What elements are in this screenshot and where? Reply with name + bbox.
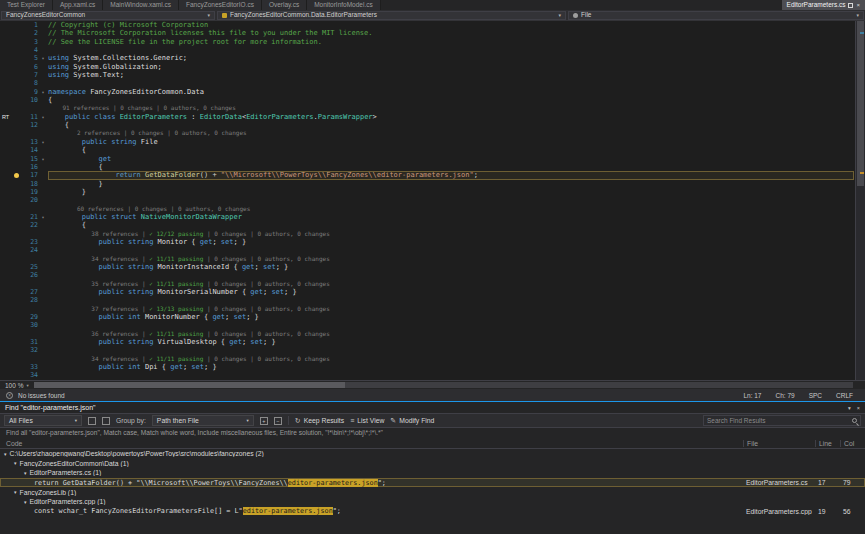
fold-chevron-icon[interactable]: ▾ bbox=[38, 213, 48, 221]
code-line[interactable]: 18 } bbox=[0, 180, 865, 188]
code-line[interactable]: 16 { bbox=[0, 163, 865, 171]
tab-monitorinfomodel-cs[interactable]: MonitorInfoModel.cs bbox=[307, 0, 381, 10]
find-group-row[interactable]: ▾EditorParameters.cs (1) bbox=[0, 468, 865, 478]
line-indicator[interactable]: Ln: 17 bbox=[743, 392, 761, 399]
code-line[interactable]: RT11▾ public class EditorParameters : Ed… bbox=[0, 113, 865, 121]
member-dropdown[interactable]: File ▾ bbox=[568, 11, 864, 20]
window-position-icon[interactable]: ▾ bbox=[848, 405, 851, 411]
lightbulb-icon[interactable] bbox=[14, 173, 19, 178]
code-line[interactable]: 23 public string Monitor { get; set; } bbox=[0, 238, 865, 246]
find-results-title-bar[interactable]: Find "editor-parameters.json" ▾ × bbox=[0, 402, 865, 413]
scrollbar-thumb[interactable] bbox=[857, 21, 864, 186]
code-line[interactable]: 24 bbox=[0, 246, 865, 254]
close-icon[interactable]: × bbox=[856, 0, 860, 10]
tree-expander-icon[interactable]: ▾ bbox=[14, 460, 17, 466]
close-icon[interactable]: × bbox=[857, 405, 860, 411]
code-line[interactable]: 1// Copyright (c) Microsoft Corporation bbox=[0, 21, 865, 29]
code-line[interactable]: 29 public int MonitorNumber { get; set; … bbox=[0, 313, 865, 321]
expand-all-icon[interactable]: + bbox=[260, 417, 268, 425]
fold-chevron-icon[interactable]: ▾ bbox=[38, 113, 48, 121]
code-line[interactable]: 15▾ get bbox=[0, 155, 865, 163]
codelens-row[interactable]: 34 references | ✓ 11/11 passing | 0 chan… bbox=[0, 255, 865, 263]
column-col[interactable]: Col bbox=[840, 440, 865, 447]
find-result-row[interactable]: const wchar_t FancyZonesEditorParameters… bbox=[0, 507, 865, 517]
code-line[interactable]: 17 return GetDataFolder() + "\\Microsoft… bbox=[0, 171, 865, 179]
tab-overlay-cs[interactable]: Overlay.cs bbox=[262, 0, 307, 10]
codelens-row[interactable]: 37 references | ✓ 13/13 passing | 0 chan… bbox=[0, 305, 865, 313]
code-line[interactable]: 6using System.Globalization; bbox=[0, 63, 865, 71]
code-line[interactable]: 31 public string VirtualDesktop { get; s… bbox=[0, 338, 865, 346]
spaces-indicator[interactable]: SPC bbox=[809, 392, 822, 399]
find-result-row[interactable]: return GetDataFolder() + "\\Microsoft\\P… bbox=[0, 478, 865, 488]
code-line[interactable]: 28 bbox=[0, 296, 865, 304]
code-line[interactable]: 34 bbox=[0, 371, 865, 379]
find-group-row[interactable]: ▾FancyZonesEditorCommon\Data (1) bbox=[0, 459, 865, 469]
code-line[interactable]: 30 bbox=[0, 321, 865, 329]
code-line[interactable]: 20 bbox=[0, 196, 865, 204]
code-line[interactable]: 3// See the LICENSE file in the project … bbox=[0, 38, 865, 46]
find-group-row[interactable]: ▾EditorParameters.cpp (1) bbox=[0, 497, 865, 507]
code-line[interactable]: 2// The Microsoft Corporation licenses t… bbox=[0, 29, 865, 37]
find-results-search-input[interactable] bbox=[707, 417, 852, 424]
fold-chevron-icon[interactable]: ▾ bbox=[38, 155, 48, 163]
tree-expander-icon[interactable]: ▾ bbox=[14, 489, 17, 495]
tree-expander-icon[interactable]: ▾ bbox=[24, 470, 27, 476]
column-line[interactable]: Line bbox=[815, 440, 840, 447]
find-group-row[interactable]: ▾FancyZonesLib (1) bbox=[0, 487, 865, 497]
codelens-row[interactable]: 38 references | ✓ 12/12 passing | 0 chan… bbox=[0, 230, 865, 238]
code-line[interactable]: 9▾namespace FancyZonesEditorCommon.Data bbox=[0, 88, 865, 96]
tab-test-explorer[interactable]: Test Explorer bbox=[0, 0, 53, 10]
editor-horizontal-scrollbar[interactable] bbox=[34, 382, 853, 388]
code-line[interactable]: 22 { bbox=[0, 221, 865, 229]
code-line[interactable]: 14 { bbox=[0, 146, 865, 154]
code-line[interactable]: 33 public int Dpi { get; set; } bbox=[0, 363, 865, 371]
fold-chevron-icon[interactable]: ▾ bbox=[38, 138, 48, 146]
collapse-all-icon[interactable]: − bbox=[274, 417, 282, 425]
keep-open-icon[interactable] bbox=[848, 3, 853, 8]
column-code[interactable]: Code bbox=[0, 440, 743, 447]
copy-results-icon[interactable] bbox=[102, 417, 110, 425]
codelens-row[interactable]: 91 references | 0 changes | 0 authors, 0… bbox=[0, 104, 865, 112]
keep-results-button[interactable]: ↻ Keep Results bbox=[295, 417, 344, 425]
codelens-row[interactable]: 36 references | ✓ 11/11 passing | 0 chan… bbox=[0, 330, 865, 338]
code-line[interactable]: 4 bbox=[0, 46, 865, 54]
save-results-icon[interactable] bbox=[88, 417, 96, 425]
code-line[interactable]: 8 bbox=[0, 79, 865, 87]
list-view-button[interactable]: ≡ List View bbox=[350, 417, 384, 424]
code-line[interactable]: 10{ bbox=[0, 96, 865, 104]
fold-chevron-icon[interactable]: ▾ bbox=[38, 88, 48, 96]
codelens-row[interactable]: 34 references | ✓ 11/11 passing | 0 chan… bbox=[0, 355, 865, 363]
document-health-icon[interactable]: × bbox=[6, 392, 13, 399]
codelens-row[interactable]: 35 references | ✓ 11/11 passing | 0 chan… bbox=[0, 280, 865, 288]
type-dropdown[interactable]: FancyZonesEditorCommon.Data.EditorParame… bbox=[217, 11, 566, 20]
tab-mainwindow-xaml-cs[interactable]: MainWindow.xaml.cs bbox=[103, 0, 179, 10]
code-line[interactable]: 26 bbox=[0, 271, 865, 279]
code-line[interactable]: 7using System.Text; bbox=[0, 71, 865, 79]
code-line[interactable]: 32 bbox=[0, 346, 865, 354]
scope-dropdown[interactable]: All Files ▾ bbox=[4, 415, 82, 426]
project-dropdown[interactable]: FancyZonesEditorCommon ▾ bbox=[1, 11, 215, 20]
tab-fancyzoneseditorio-cs[interactable]: FancyZonesEditorIO.cs bbox=[179, 0, 262, 10]
zoom-control[interactable]: 100 % ▾ bbox=[0, 382, 34, 389]
code-line[interactable]: 21▾ public struct NativeMonitorDataWrapp… bbox=[0, 213, 865, 221]
column-indicator[interactable]: Ch: 79 bbox=[775, 392, 794, 399]
find-results-search-box[interactable] bbox=[703, 415, 861, 426]
column-file[interactable]: File bbox=[743, 440, 815, 447]
editor-vertical-scrollbar[interactable] bbox=[855, 21, 865, 380]
codelens-row[interactable]: 2 references | 0 changes | 0 authors, 0 … bbox=[0, 129, 865, 137]
tree-expander-icon[interactable]: ▾ bbox=[24, 499, 27, 505]
scrollbar-thumb[interactable] bbox=[34, 382, 345, 388]
fold-chevron-icon[interactable]: ▾ bbox=[38, 54, 48, 62]
modify-find-button[interactable]: ✎ Modify Find bbox=[390, 417, 434, 425]
group-by-dropdown[interactable]: Path then File ▾ bbox=[152, 415, 254, 426]
tab-app-xaml-cs[interactable]: App.xaml.cs bbox=[53, 0, 103, 10]
code-line[interactable]: 13▾ public string File bbox=[0, 138, 865, 146]
code-line[interactable]: 12 { bbox=[0, 121, 865, 129]
code-line[interactable]: 5▾using System.Collections.Generic; bbox=[0, 54, 865, 62]
codelens-row[interactable]: 60 references | 0 changes | 0 authors, 0… bbox=[0, 205, 865, 213]
line-ending-indicator[interactable]: CRLF bbox=[836, 392, 853, 399]
code-editor[interactable]: 1// Copyright (c) Microsoft Corporation2… bbox=[0, 21, 865, 380]
tab-editorparameters-cs[interactable]: EditorParameters.cs × bbox=[782, 0, 865, 10]
code-line[interactable]: 25 public string MonitorInstanceId { get… bbox=[0, 263, 865, 271]
code-line[interactable]: 27 public string MonitorSerialNumber { g… bbox=[0, 288, 865, 296]
